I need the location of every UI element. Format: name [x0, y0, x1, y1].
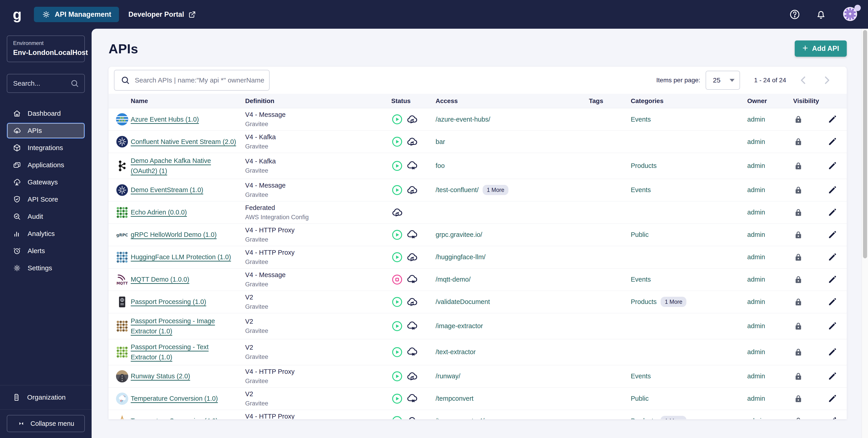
plus-icon: +: [802, 43, 808, 53]
api-management-tab[interactable]: API Management: [34, 7, 119, 22]
sidebar-item-applications[interactable]: Applications: [7, 157, 85, 173]
access-cell: /tempconvert-v4/: [436, 417, 589, 419]
organization-icon: [12, 393, 21, 402]
visibility-private-lock-icon: [793, 252, 804, 262]
edit-api-button[interactable]: [827, 136, 837, 147]
edit-api-button[interactable]: [827, 207, 837, 217]
environment-selector[interactable]: Environment Env-LondonLocalHost: [7, 35, 85, 62]
sidebar-search-input[interactable]: [13, 79, 70, 87]
collapse-icon: [18, 420, 25, 427]
api-table-row[interactable]: gRPCgRPC HelloWorld Demo (1.0)V4 - HTTP …: [108, 224, 847, 246]
add-api-button[interactable]: + Add API: [795, 40, 847, 57]
api-table-row[interactable]: Passport Processing - Image Extractor (1…: [108, 313, 847, 339]
edit-api-button[interactable]: [827, 252, 837, 262]
definition-origin: AWS Integration Config: [245, 214, 391, 221]
api-table-row[interactable]: HuggingFace LLM Protection (1.0)V4 - HTT…: [108, 246, 847, 269]
edit-api-button[interactable]: [827, 321, 837, 331]
scrollbar-thumb[interactable]: [863, 30, 867, 258]
api-name-link[interactable]: Confluent Native Event Stream (2.0): [131, 137, 245, 147]
api-name-link[interactable]: gRPC HelloWorld Demo (1.0): [131, 230, 226, 240]
table-header-row: Name Definition Status Access Tags Categ…: [108, 94, 847, 108]
api-name-link[interactable]: Echo Adrien (0.0.0): [131, 207, 196, 217]
definition-origin: Gravitee: [245, 400, 391, 407]
pencil-icon: [827, 193, 837, 196]
sidebar-item-apis[interactable]: APIs: [7, 123, 85, 139]
pencil-icon: [827, 144, 837, 147]
status-started-icon: [391, 393, 403, 405]
api-name-link[interactable]: Passport Processing (1.0): [131, 297, 215, 307]
sidebar-item-settings[interactable]: Settings: [7, 260, 85, 276]
column-header-status[interactable]: Status: [391, 97, 436, 105]
edit-api-button[interactable]: [827, 297, 837, 307]
edit-api-button[interactable]: [827, 230, 837, 240]
column-header-categories[interactable]: Categories: [631, 97, 747, 105]
edit-api-button[interactable]: [827, 161, 837, 171]
column-header-owner[interactable]: Owner: [747, 97, 793, 105]
developer-portal-link[interactable]: Developer Portal: [128, 10, 197, 19]
sidebar-item-organization[interactable]: Organization: [7, 390, 85, 405]
api-table-row[interactable]: Temperature Conversion (4.0)V4 - HTTP Pr…: [108, 410, 847, 419]
environment-label: Environment: [13, 40, 79, 46]
user-avatar[interactable]: ✦: [843, 7, 858, 22]
owner-label: admin: [747, 372, 793, 380]
sidebar-item-alerts[interactable]: Alerts: [7, 243, 85, 259]
api-name-link[interactable]: Temperature Conversion (4.0): [131, 416, 227, 419]
sidebar-item-integrations[interactable]: Integrations: [7, 140, 85, 156]
sidebar: Environment Env-LondonLocalHost Dashboar…: [0, 29, 92, 438]
previous-page-button[interactable]: [797, 74, 810, 87]
api-table-row[interactable]: Passport Processing (1.0)V2Gravitee/vali…: [108, 291, 847, 313]
collapse-menu-button[interactable]: Collapse menu: [7, 415, 85, 432]
api-name-link[interactable]: Demo Apache Kafka Native (OAuth2) (1): [131, 156, 245, 176]
api-name-link[interactable]: MQTT Demo (1.0.0): [131, 274, 198, 284]
sidebar-item-analytics[interactable]: Analytics: [7, 226, 85, 242]
apis-search-input[interactable]: [135, 76, 265, 84]
access-path: /tempconvert-v4/: [436, 417, 485, 419]
api-table-row[interactable]: MQTTMQTT Demo (1.0.0)V4 - MessageGravite…: [108, 269, 847, 291]
api-table-row[interactable]: Azure Event Hubs (1.0)V4 - MessageGravit…: [108, 108, 847, 131]
api-table-row[interactable]: Demo Apache Kafka Native (OAuth2) (1)V4 …: [108, 153, 847, 179]
access-path: /tempconvert: [436, 395, 473, 402]
api-name-link[interactable]: Azure Event Hubs (1.0): [131, 114, 208, 125]
api-name-link[interactable]: Passport Processing - Text Extractor (1.…: [131, 342, 245, 362]
owner-label: admin: [747, 138, 793, 145]
cloud-out-of-sync-icon: [406, 393, 418, 405]
next-page-button[interactable]: [820, 74, 833, 87]
api-name-link[interactable]: Runway Status (2.0): [131, 371, 199, 381]
edit-api-button[interactable]: [827, 416, 837, 419]
edit-api-button[interactable]: [827, 347, 837, 357]
sidebar-item-gateways[interactable]: Gateways: [7, 174, 85, 190]
api-table-row[interactable]: Temperature Conversion (1.0)V2Gravitee/t…: [108, 388, 847, 410]
access-path: /text-extractor: [436, 348, 475, 356]
notifications-bell-button[interactable]: [815, 9, 827, 20]
column-header-tags[interactable]: Tags: [589, 97, 631, 105]
main-content: APIs + Add API Items per page: 25: [92, 29, 868, 438]
column-header-access[interactable]: Access: [436, 97, 589, 105]
help-button[interactable]: [789, 9, 801, 20]
api-table-row[interactable]: Echo Adrien (0.0.0)FederatedAWS Integrat…: [108, 201, 847, 224]
column-header-name[interactable]: Name: [131, 97, 245, 105]
sidebar-nav: DashboardAPIsIntegrationsApplicationsGat…: [7, 106, 85, 276]
items-per-page-select[interactable]: 25: [706, 71, 740, 90]
sidebar-item-dashboard[interactable]: Dashboard: [7, 106, 85, 121]
api-table-row[interactable]: Confluent Native Event Stream (2.0)V4 - …: [108, 131, 847, 153]
collapse-menu-label: Collapse menu: [31, 420, 74, 427]
cloud-out-of-sync-icon: [406, 274, 418, 285]
api-table-row[interactable]: Passport Processing - Text Extractor (1.…: [108, 339, 847, 365]
api-table-row[interactable]: Runway Status (2.0)V4 - HTTP ProxyGravit…: [108, 365, 847, 388]
api-name-link[interactable]: Temperature Conversion (1.0): [131, 394, 227, 404]
access-path: /mqtt-demo/: [436, 276, 471, 283]
api-name-link[interactable]: HuggingFace LLM Protection (1.0): [131, 252, 240, 262]
api-name-link[interactable]: Passport Processing - Image Extractor (1…: [131, 316, 245, 336]
edit-api-button[interactable]: [827, 371, 837, 381]
api-name-link[interactable]: Demo EventStream (1.0): [131, 185, 212, 195]
column-header-definition[interactable]: Definition: [245, 97, 391, 105]
grpc-logo: gRPC: [115, 228, 129, 242]
sidebar-item-api-score[interactable]: API Score: [7, 192, 85, 207]
edit-api-button[interactable]: [827, 274, 837, 285]
edit-api-button[interactable]: [827, 185, 837, 195]
sidebar-item-audit[interactable]: Audit: [7, 209, 85, 225]
edit-api-button[interactable]: [827, 114, 837, 125]
column-header-visibility[interactable]: Visibility: [793, 97, 827, 105]
api-table-row[interactable]: Demo EventStream (1.0)V4 - MessageGravit…: [108, 179, 847, 201]
edit-api-button[interactable]: [827, 394, 837, 404]
